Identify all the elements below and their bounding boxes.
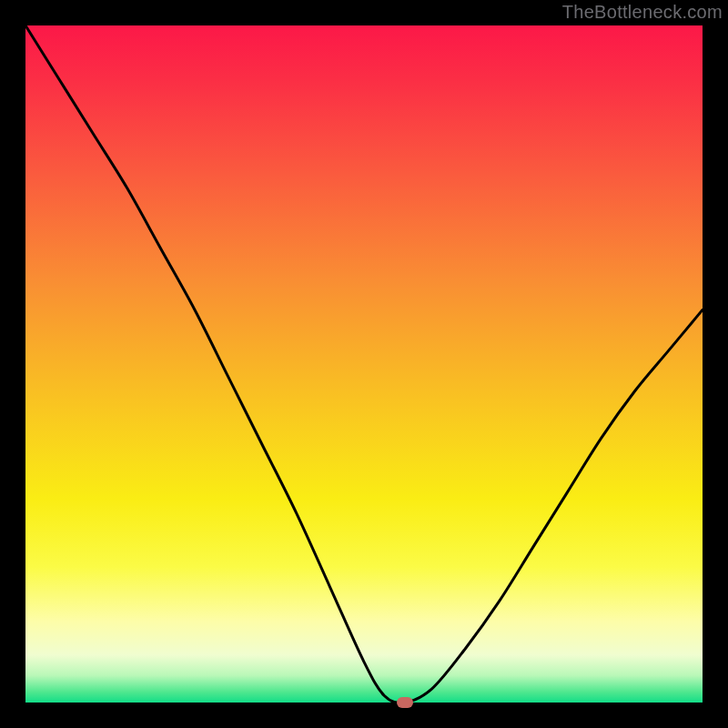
- bottleneck-curve: [25, 25, 703, 703]
- optimal-point-marker: [397, 697, 413, 708]
- plot-area: [25, 25, 703, 703]
- watermark-text: TheBottleneck.com: [562, 2, 723, 23]
- chart-frame: TheBottleneck.com: [0, 0, 728, 728]
